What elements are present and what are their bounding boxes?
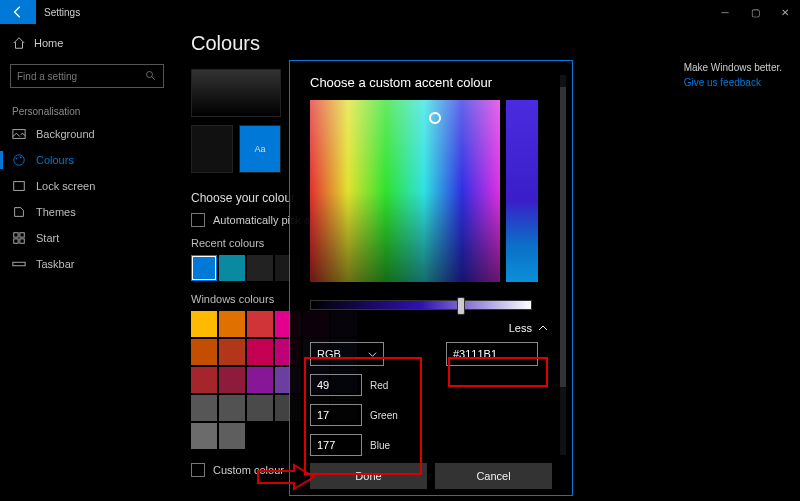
preview-window-accent: Aa <box>239 125 281 173</box>
lock-icon <box>12 179 26 193</box>
red-label: Red <box>370 380 388 391</box>
dialog-heading: Choose a custom accent colour <box>310 75 552 90</box>
custom-colour-label: Custom colour <box>213 464 284 476</box>
recent-swatch[interactable] <box>191 255 217 281</box>
chevron-down-icon <box>368 350 377 359</box>
chevron-up-icon <box>538 323 548 333</box>
minimize-button[interactable]: ─ <box>710 0 740 24</box>
sidebar-item-label: Colours <box>36 154 74 166</box>
green-input[interactable] <box>310 404 362 426</box>
svg-point-3 <box>16 157 18 159</box>
svg-rect-9 <box>20 239 24 243</box>
hue-saturation-picker[interactable] <box>310 100 500 282</box>
page-title: Colours <box>191 32 784 55</box>
mode-value: RGB <box>317 348 341 360</box>
svg-point-0 <box>147 72 153 78</box>
close-button[interactable]: ✕ <box>770 0 800 24</box>
palette-swatch[interactable] <box>191 339 217 365</box>
palette-icon <box>12 153 26 167</box>
value-bar[interactable] <box>506 100 538 282</box>
svg-point-2 <box>14 155 25 166</box>
feedback-heading: Make Windows better. <box>684 62 782 73</box>
sidebar-item-background[interactable]: Background <box>0 121 175 147</box>
less-toggle[interactable]: Less <box>310 322 552 334</box>
palette-swatch[interactable] <box>247 395 273 421</box>
svg-rect-7 <box>20 233 24 237</box>
sidebar-item-lockscreen[interactable]: Lock screen <box>0 173 175 199</box>
group-label: Personalisation <box>0 96 175 121</box>
preview-window-dark <box>191 125 233 173</box>
less-label: Less <box>509 322 532 334</box>
sidebar-item-label: Lock screen <box>36 180 95 192</box>
picker-cursor-icon <box>429 112 441 124</box>
feedback-rail: Make Windows better. Give us feedback <box>684 62 782 88</box>
colour-mode-select[interactable]: RGB <box>310 342 384 366</box>
desktop-preview <box>191 69 281 117</box>
palette-swatch[interactable] <box>219 311 245 337</box>
home-icon <box>12 36 26 50</box>
search-input-wrap[interactable] <box>10 64 164 88</box>
maximize-button[interactable]: ▢ <box>740 0 770 24</box>
palette-swatch[interactable] <box>219 367 245 393</box>
blue-label: Blue <box>370 440 390 451</box>
search-icon <box>145 70 157 82</box>
search-input[interactable] <box>17 71 145 82</box>
cancel-button[interactable]: Cancel <box>435 463 552 489</box>
sidebar-item-colours[interactable]: Colours <box>0 147 175 173</box>
svg-rect-10 <box>13 262 25 266</box>
titlebar: Settings ─ ▢ ✕ <box>0 0 800 24</box>
palette-swatch[interactable] <box>247 311 273 337</box>
red-input[interactable] <box>310 374 362 396</box>
palette-swatch[interactable] <box>191 423 217 449</box>
svg-rect-6 <box>14 233 18 237</box>
done-button[interactable]: Done <box>310 463 427 489</box>
checkbox-icon <box>191 213 205 227</box>
sidebar: Home Personalisation Background Colours … <box>0 24 175 501</box>
start-icon <box>12 231 26 245</box>
svg-point-4 <box>20 157 22 159</box>
arrow-left-icon <box>11 5 25 19</box>
checkbox-icon <box>191 463 205 477</box>
slider-thumb-icon <box>457 297 465 315</box>
palette-swatch[interactable] <box>219 423 245 449</box>
palette-swatch[interactable] <box>191 367 217 393</box>
sidebar-item-taskbar[interactable]: Taskbar <box>0 251 175 277</box>
palette-swatch[interactable] <box>219 395 245 421</box>
palette-swatch[interactable] <box>191 395 217 421</box>
sidebar-item-themes[interactable]: Themes <box>0 199 175 225</box>
sidebar-item-label: Taskbar <box>36 258 75 270</box>
home-label: Home <box>34 37 63 49</box>
palette-swatch[interactable] <box>191 311 217 337</box>
dialog-scrollbar[interactable] <box>560 75 566 455</box>
app-title: Settings <box>36 7 80 18</box>
palette-swatch[interactable] <box>247 339 273 365</box>
blue-input[interactable] <box>310 434 362 456</box>
sidebar-item-label: Background <box>36 128 95 140</box>
recent-swatch[interactable] <box>219 255 245 281</box>
sidebar-item-start[interactable]: Start <box>0 225 175 251</box>
palette-swatch[interactable] <box>247 367 273 393</box>
themes-icon <box>12 205 26 219</box>
hex-input[interactable] <box>446 342 538 366</box>
palette-swatch[interactable] <box>219 339 245 365</box>
home-nav[interactable]: Home <box>0 30 175 56</box>
sidebar-item-label: Themes <box>36 206 76 218</box>
picture-icon <box>12 127 26 141</box>
lightness-slider[interactable] <box>310 300 532 310</box>
svg-rect-5 <box>14 182 25 191</box>
taskbar-icon <box>12 257 26 271</box>
custom-colour-dialog: Choose a custom accent colour Less RGB R… <box>289 60 573 496</box>
back-button[interactable] <box>0 0 36 24</box>
recent-swatch[interactable] <box>247 255 273 281</box>
scroll-thumb[interactable] <box>560 87 566 387</box>
green-label: Green <box>370 410 398 421</box>
feedback-link[interactable]: Give us feedback <box>684 77 782 88</box>
sidebar-item-label: Start <box>36 232 59 244</box>
svg-rect-8 <box>14 239 18 243</box>
